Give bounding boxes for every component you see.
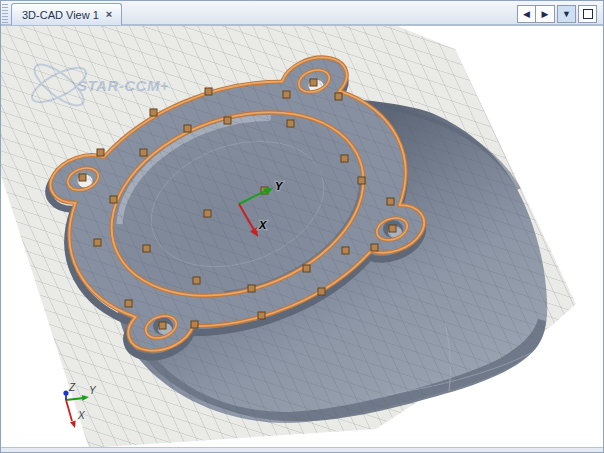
selection-handle[interactable] [341, 155, 348, 162]
selection-handle[interactable] [143, 245, 150, 252]
triad-z-dot [63, 390, 68, 395]
selection-handle[interactable] [97, 149, 104, 156]
selection-handle[interactable] [371, 244, 378, 251]
selection-handle[interactable] [94, 239, 101, 246]
selection-handle[interactable] [204, 210, 211, 217]
selection-handle[interactable] [191, 321, 198, 328]
selection-handle[interactable] [258, 312, 265, 319]
selection-handle[interactable] [248, 285, 255, 292]
3d-cad-view-window: 3D-CAD View 1 × ◀ ▶ ▼ [0, 0, 604, 453]
selection-handle[interactable] [79, 174, 86, 181]
selection-handle[interactable] [389, 225, 396, 232]
selection-handle[interactable] [342, 247, 349, 254]
selection-handle[interactable] [193, 277, 200, 284]
selection-handle[interactable] [110, 196, 117, 203]
selection-handle[interactable] [335, 93, 342, 100]
maximize-icon [583, 9, 593, 19]
triad-x-arrow [70, 420, 78, 429]
tab-controls: ◀ ▶ ▼ [517, 5, 597, 23]
scroll-tabs-left-button[interactable]: ◀ [517, 5, 536, 23]
triad-z-label: Z [68, 382, 76, 393]
triad-x-label: X [77, 410, 85, 421]
selection-handle[interactable] [205, 88, 212, 95]
3d-viewport[interactable]: STAR-CCM+ [1, 26, 603, 447]
selection-handle[interactable] [310, 79, 317, 86]
selection-handle[interactable] [184, 125, 191, 132]
selection-handle[interactable] [150, 109, 157, 116]
tab-bar: 3D-CAD View 1 × ◀ ▶ ▼ [1, 1, 603, 26]
tab-label: 3D-CAD View 1 [22, 9, 99, 21]
tab-3d-cad-view-1[interactable]: 3D-CAD View 1 × [11, 3, 122, 25]
maximize-button[interactable] [578, 5, 597, 23]
x-axis-label: X [258, 219, 267, 231]
selection-handle[interactable] [159, 322, 166, 329]
selection-handle[interactable] [283, 91, 290, 98]
tab-drag-grip[interactable] [2, 4, 8, 23]
tab-list-dropdown-button[interactable]: ▼ [557, 5, 576, 23]
selection-handle[interactable] [318, 288, 325, 295]
selection-handle[interactable] [125, 300, 132, 307]
tab-close-icon[interactable]: × [106, 9, 112, 20]
scroll-tabs-right-button[interactable]: ▶ [536, 5, 555, 23]
selection-handle[interactable] [358, 177, 365, 184]
selection-handle[interactable] [387, 198, 394, 205]
selection-handle[interactable] [303, 265, 310, 272]
sketch-grid-lines [1, 26, 576, 447]
selection-handle[interactable] [140, 149, 147, 156]
bottom-edge-strip [1, 447, 603, 453]
selection-handle[interactable] [224, 117, 231, 124]
selection-handle[interactable] [287, 120, 294, 127]
